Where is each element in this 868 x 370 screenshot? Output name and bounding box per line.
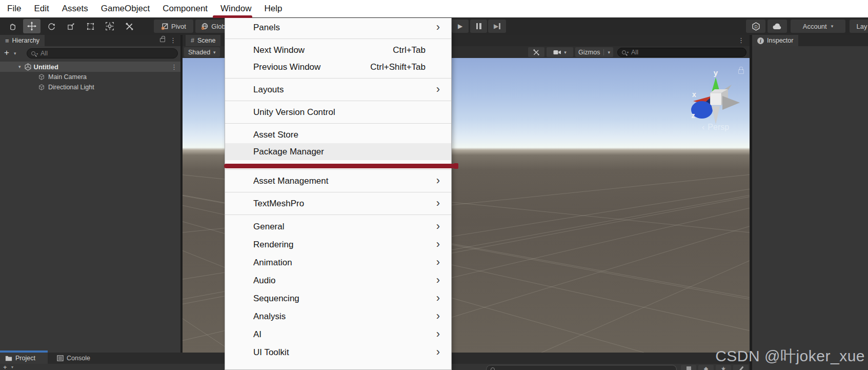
scene-search-input[interactable]: ▾ All (617, 48, 746, 57)
menu-item-general[interactable]: General› (225, 218, 451, 236)
scene-root-menu-icon[interactable]: ⋮ (171, 64, 177, 70)
unity-editor-window: File Edit Assets GameObject Component Wi… (0, 0, 868, 370)
menu-item-label: Analysis (253, 311, 286, 322)
menu-edit[interactable]: Edit (33, 4, 50, 14)
pivot-toggle-button[interactable]: Pivot (154, 20, 193, 33)
tab-project[interactable]: Project (0, 353, 48, 364)
expand-triangle-icon[interactable]: ▾ (18, 64, 21, 69)
step-button[interactable]: ▶ (488, 20, 506, 33)
add-object-caret-icon[interactable]: ▾ (14, 51, 16, 56)
scene-root-row[interactable]: ▾ Untitled ⋮ (0, 62, 180, 72)
layers-dropdown[interactable]: Lay (850, 20, 868, 33)
submenu-arrow-icon: › (436, 327, 440, 341)
shading-mode-dropdown[interactable]: Shaded ▾ (184, 47, 220, 57)
menu-item-sequencing[interactable]: Sequencing› (225, 289, 451, 307)
hierarchy-search-placeholder: All (41, 50, 48, 57)
menu-item-rendering[interactable]: Rendering› (225, 236, 451, 254)
pivot-icon (161, 23, 169, 30)
version-control-button[interactable]: D (746, 20, 765, 33)
add-object-button[interactable]: + (4, 48, 9, 58)
scene-menu-icon[interactable]: ⋮ (738, 37, 744, 44)
cloud-button[interactable] (768, 20, 787, 33)
play-button[interactable]: ▶ (452, 20, 469, 33)
menu-gameobject[interactable]: GameObject (100, 4, 151, 14)
menu-item-label: Asset Management (253, 176, 328, 186)
gizmos-dropdown[interactable]: Gizmos ▾ (575, 47, 613, 57)
menu-item-asset-management[interactable]: Asset Management› (225, 172, 451, 189)
rect-tool-button[interactable] (82, 19, 99, 33)
hierarchy-item-label: Directional Light (48, 84, 94, 91)
account-label: Account (803, 23, 827, 30)
layers-label: Lay (857, 23, 867, 30)
submenu-arrow-icon: › (436, 256, 440, 269)
add-asset-caret-icon[interactable]: ▾ (11, 365, 13, 369)
menu-help[interactable]: Help (264, 4, 284, 14)
custom-tools-button[interactable] (120, 19, 138, 33)
menu-item-textmeshpro[interactable]: TextMeshPro› (225, 195, 451, 212)
menu-item-asset-store[interactable]: Asset Store (225, 126, 451, 143)
global-label: Glob (211, 23, 225, 30)
account-dropdown[interactable]: Account ▾ (791, 20, 845, 33)
tab-console[interactable]: Console (52, 353, 95, 364)
project-shield-button[interactable]: ◆ (698, 365, 714, 370)
scale-icon (67, 22, 75, 31)
chevron-down-icon: ▾ (564, 50, 567, 55)
menu-component[interactable]: Component (162, 4, 209, 14)
hierarchy-search-input[interactable]: ▾ All (27, 48, 178, 59)
shading-mode-label: Shaded (188, 49, 210, 56)
hierarchy-item-directional-light[interactable]: Directional Light (0, 82, 180, 92)
menu-item-ai[interactable]: AI› (225, 325, 451, 343)
project-filter-button[interactable] (681, 365, 696, 370)
scene-camera-dropdown[interactable]: ▾ (547, 47, 573, 57)
menu-item-animation[interactable]: Animation› (225, 254, 451, 271)
chevron-down-icon: ▾ (213, 50, 216, 55)
filter-icon (687, 366, 691, 370)
hierarchy-item-main-camera[interactable]: Main Camera (0, 72, 180, 82)
scale-tool-button[interactable] (62, 19, 79, 33)
tab-hierarchy[interactable]: ≡ Hierarchy (0, 35, 45, 46)
rotate-tool-button[interactable] (43, 19, 60, 33)
rotate-icon (47, 22, 56, 31)
search-icon (31, 51, 35, 55)
submenu-arrow-icon: › (436, 274, 440, 287)
gizmo-arm-right[interactable] (722, 96, 740, 110)
search-icon (491, 367, 495, 370)
menu-item-layouts[interactable]: Layouts› (225, 81, 451, 98)
menu-item-audio[interactable]: Audio› (225, 271, 451, 289)
hierarchy-menu-icon[interactable]: ⋮ (170, 37, 176, 44)
menu-item-previous-window[interactable]: Previous WindowCtrl+Shift+Tab (225, 59, 451, 75)
rect-icon (86, 22, 95, 31)
pause-button[interactable] (470, 20, 487, 33)
menu-file[interactable]: File (6, 4, 22, 14)
gizmo-cube[interactable] (710, 93, 721, 105)
menu-item-label: Rendering (253, 240, 293, 250)
menu-item-label: Animation (253, 258, 292, 268)
scene-grid-icon: # (191, 37, 194, 44)
scene-tools-button[interactable] (528, 47, 544, 57)
gizmo-lock-icon[interactable] (738, 69, 744, 74)
pivot-label: Pivot (171, 23, 186, 30)
annotation-underline-window (213, 15, 252, 18)
tab-inspector[interactable]: i Inspector (752, 35, 798, 46)
project-search-input[interactable] (486, 365, 677, 370)
menu-item-next-window[interactable]: Next WindowCtrl+Tab (225, 42, 451, 59)
tab-scene[interactable]: # Scene (186, 35, 220, 46)
menu-item-ui-toolkit[interactable]: UI Toolkit› (225, 343, 451, 361)
menu-item-unity-version-control[interactable]: Unity Version Control (225, 104, 451, 121)
menu-item-package-manager[interactable]: Package Manager (225, 143, 451, 160)
menu-window[interactable]: Window (219, 4, 252, 14)
gizmo-arm-down[interactable] (712, 106, 720, 124)
move-tool-button[interactable] (23, 19, 41, 33)
inspector-tabstrip: i Inspector (752, 35, 868, 46)
hand-tool-button[interactable] (4, 19, 21, 33)
transform-tool-button[interactable] (101, 19, 118, 33)
menu-assets[interactable]: Assets (61, 4, 89, 14)
scene-wrench-icon (533, 49, 540, 56)
project-tab-label: Project (15, 355, 35, 362)
add-asset-button[interactable]: + (3, 363, 7, 370)
hierarchy-item-label: Main Camera (48, 73, 87, 81)
perspective-toggle[interactable]: ‹ Persp (702, 123, 729, 132)
menu-item-analysis[interactable]: Analysis› (225, 307, 451, 325)
menu-item-panels[interactable]: Panels› (225, 19, 451, 36)
lock-icon[interactable] (160, 38, 165, 42)
